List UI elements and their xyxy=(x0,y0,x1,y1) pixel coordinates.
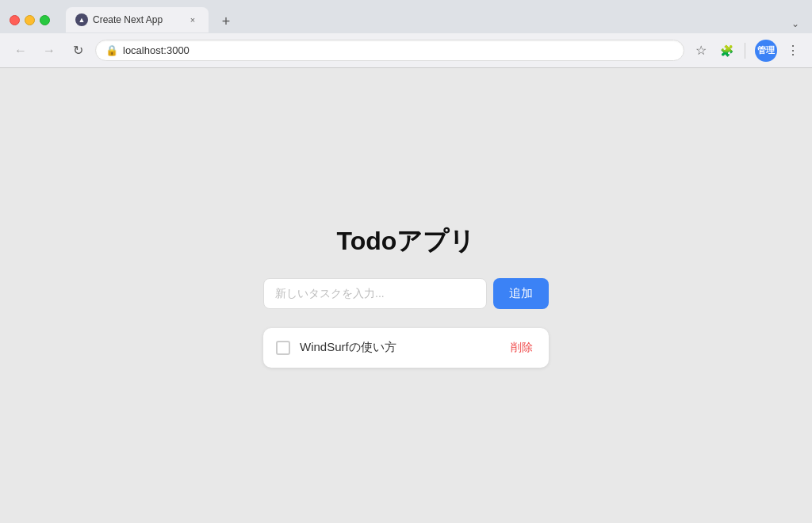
bookmark-icon[interactable]: ☆ xyxy=(691,41,711,59)
todo-item-text: WindSurfの使い方 xyxy=(300,340,498,355)
todo-input-row: 追加 xyxy=(263,278,549,309)
tab-bar: ▲ Create Next App × + ⌄ xyxy=(66,7,802,32)
profile-button[interactable]: 管理 xyxy=(755,40,777,62)
minimize-button[interactable] xyxy=(25,15,35,25)
browser-menu-button[interactable]: ⋮ xyxy=(783,40,802,61)
todo-list: WindSurfの使い方 削除 xyxy=(263,328,549,368)
address-bar: ← → ↻ 🔒 localhost:3000 ☆ 🧩 管理 ⋮ xyxy=(0,33,812,68)
back-button[interactable]: ← xyxy=(10,40,32,62)
todo-item: WindSurfの使い方 削除 xyxy=(263,328,549,368)
delete-button[interactable]: 削除 xyxy=(508,339,536,357)
todo-input[interactable] xyxy=(263,278,487,309)
tab-expand-button[interactable]: ⌄ xyxy=(788,15,802,32)
traffic-lights xyxy=(10,15,50,25)
page-content: Todoアプリ 追加 WindSurfの使い方 削除 xyxy=(0,68,812,523)
extensions-icon[interactable]: 🧩 xyxy=(718,42,735,59)
todo-title: Todoアプリ xyxy=(337,224,476,259)
forward-button[interactable]: → xyxy=(38,40,60,62)
url-text: localhost:3000 xyxy=(123,44,674,56)
add-button[interactable]: 追加 xyxy=(493,278,549,309)
tab-close-button[interactable]: × xyxy=(186,13,199,26)
lock-icon: 🔒 xyxy=(105,44,118,56)
url-bar[interactable]: 🔒 localhost:3000 xyxy=(95,40,684,61)
tab-favicon: ▲ xyxy=(75,13,88,26)
browser-chrome: ▲ Create Next App × + ⌄ ← → ↻ 🔒 localhos… xyxy=(0,0,812,68)
active-tab[interactable]: ▲ Create Next App × xyxy=(66,7,209,32)
tab-title: Create Next App xyxy=(93,14,182,25)
title-bar: ▲ Create Next App × + ⌄ xyxy=(0,0,812,33)
todo-checkbox[interactable] xyxy=(276,341,290,355)
close-button[interactable] xyxy=(10,15,20,25)
new-tab-button[interactable]: + xyxy=(215,10,237,32)
maximize-button[interactable] xyxy=(40,15,50,25)
reload-button[interactable]: ↻ xyxy=(67,40,89,62)
toolbar-divider xyxy=(745,43,745,59)
todo-app: Todoアプリ 追加 WindSurfの使い方 削除 xyxy=(263,224,549,368)
